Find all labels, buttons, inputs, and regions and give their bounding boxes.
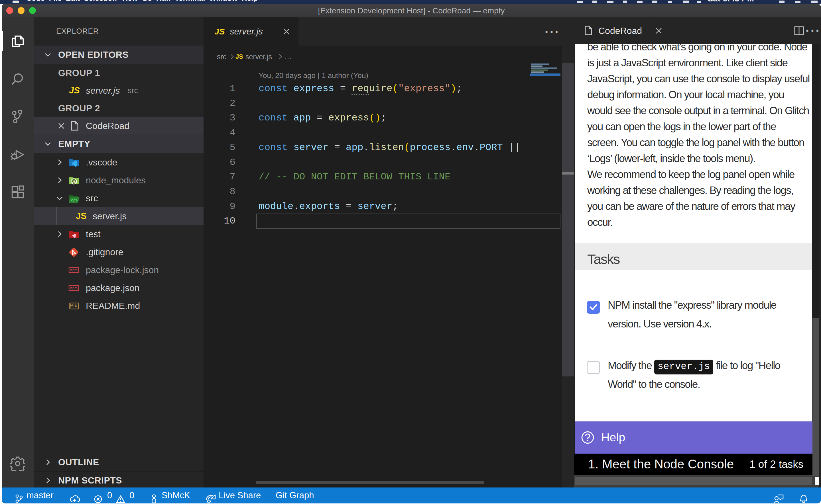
svg-text:npm: npm bbox=[70, 286, 77, 290]
svg-text:npm: npm bbox=[70, 268, 77, 272]
svg-text:</>: </> bbox=[70, 198, 77, 203]
svg-text:JS: JS bbox=[72, 180, 75, 183]
